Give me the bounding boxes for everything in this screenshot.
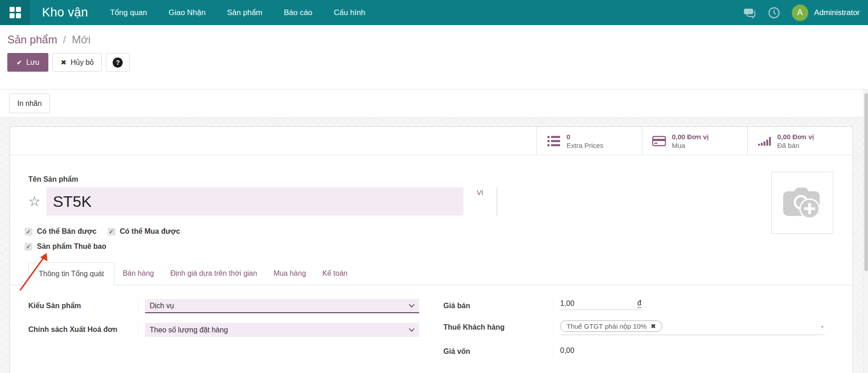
main-menu: Tổng quan Giao Nhận Sản phẩm Báo cáo Cấu…	[110, 8, 365, 17]
invoicing-policy-select[interactable]: Theo số lượng đặt hàng	[145, 323, 419, 337]
bar-chart-icon	[758, 135, 771, 147]
product-image-upload[interactable]	[771, 172, 833, 234]
navbar-right: A Administrator	[743, 5, 868, 21]
product-name-label: Tên Sản phẩm	[28, 175, 834, 184]
close-icon: ✖	[61, 58, 67, 67]
sales-price-value: 1,00	[560, 299, 574, 308]
question-icon: ?	[113, 58, 123, 68]
cost-label: Giá vốn	[443, 345, 553, 357]
product-type-select[interactable]: Dịch vụ	[145, 299, 419, 313]
save-button-label: Lưu	[26, 58, 40, 67]
can-be-purchased-label[interactable]: Có thể Mua được	[120, 227, 180, 236]
apps-menu-button[interactable]	[0, 0, 30, 25]
can-be-sold-label[interactable]: Có thể Bán được	[37, 227, 97, 236]
stat-button-purchased[interactable]: 0,00 Đơn vị Mua	[642, 127, 747, 155]
user-avatar[interactable]: A	[792, 5, 808, 21]
top-navbar: Kho vận Tổng quan Giao Nhận Sản phẩm Báo…	[0, 0, 868, 25]
currency-symbol[interactable]: đ	[637, 299, 641, 308]
apps-grid-icon	[10, 7, 21, 18]
stat-label: Mua	[672, 141, 709, 150]
product-type-value: Dịch vụ	[150, 302, 174, 310]
favorite-star-icon[interactable]: ☆	[28, 194, 41, 208]
tax-tag-label: Thuế GTGT phải nộp 10%	[567, 322, 647, 330]
invoicing-policy-label: Chính sách Xuất Hoá đơn	[28, 323, 138, 337]
form-view-background: 0 Extra Prices 0,00 Đơn vị Mua	[0, 118, 868, 373]
customer-taxes-input[interactable]: Thuế GTGT phải nộp 10% ✖ ▾	[560, 320, 825, 335]
cost-value[interactable]: 0,00	[560, 345, 834, 355]
tab-time-based-pricing[interactable]: Định giá dựa trên thời gian	[162, 263, 265, 285]
print-label-button-label: In nhãn	[17, 100, 42, 108]
messages-icon[interactable]	[743, 6, 756, 19]
checkmark-icon: ✓	[26, 229, 31, 235]
stat-value: 0,00 Đơn vị	[672, 132, 709, 141]
stat-button-box: 0 Extra Prices 0,00 Đơn vị Mua	[10, 127, 852, 155]
chevron-down-icon	[409, 328, 415, 332]
stat-label: Extra Prices	[567, 141, 603, 150]
clock-activities-icon[interactable]	[768, 6, 780, 19]
breadcrumb: Sản phẩm / Mới	[7, 33, 861, 46]
can-be-purchased-checkbox[interactable]: ✓	[108, 228, 115, 236]
breadcrumb-products-link[interactable]: Sản phẩm	[7, 33, 57, 46]
language-badge[interactable]: VI	[477, 189, 483, 196]
sales-price-input[interactable]: 1,00 đ	[560, 299, 641, 310]
form-statusbar: In nhãn	[0, 89, 868, 118]
tag-remove-icon[interactable]: ✖	[651, 323, 656, 330]
check-icon: ✔	[16, 58, 22, 67]
dropdown-caret-icon[interactable]: ▾	[821, 324, 824, 330]
save-button[interactable]: ✔ Lưu	[7, 53, 48, 72]
stat-value: 0,00 Đơn vị	[777, 132, 814, 141]
checkmark-icon: ✓	[26, 244, 31, 250]
camera-plus-icon	[781, 185, 823, 221]
breadcrumb-separator: /	[63, 33, 66, 46]
checkmark-icon: ✓	[109, 229, 114, 235]
credit-card-icon	[652, 135, 666, 147]
menu-item-overview[interactable]: Tổng quan	[110, 8, 147, 17]
invoicing-policy-value: Theo số lượng đặt hàng	[150, 326, 228, 334]
menu-item-reports[interactable]: Báo cáo	[284, 8, 312, 17]
user-menu[interactable]: Administrator	[814, 8, 860, 17]
notebook-tabs: Thông tin Tổng quát Bán hàng Định giá dự…	[10, 263, 852, 285]
control-panel: Sản phẩm / Mới ✔ Lưu ✖ Hủy bỏ ?	[0, 25, 868, 89]
sales-price-label: Giá bán	[443, 299, 553, 311]
left-field-group: Kiểu Sản phẩm Dịch vụ Chính sách Xuất Ho…	[28, 299, 419, 366]
form-sheet: 0 Extra Prices 0,00 Đơn vị Mua	[10, 126, 853, 373]
help-button[interactable]: ?	[106, 53, 130, 72]
tab-purchase[interactable]: Mua hàng	[265, 263, 314, 285]
stat-label: Đã bán	[777, 141, 814, 150]
discard-button-label: Hủy bỏ	[71, 58, 94, 67]
tax-tag: Thuế GTGT phải nộp 10% ✖	[560, 320, 662, 332]
customer-taxes-label: Thuế Khách hàng	[443, 320, 553, 335]
general-information-panel: Kiểu Sản phẩm Dịch vụ Chính sách Xuất Ho…	[10, 285, 852, 366]
print-label-button[interactable]: In nhãn	[9, 94, 50, 113]
title-area: Tên Sản phẩm ☆ ST5K VI	[10, 155, 852, 215]
product-name-input[interactable]: ST5K	[47, 187, 463, 215]
menu-item-products[interactable]: Sản phẩm	[227, 8, 263, 17]
breadcrumb-current: Mới	[72, 33, 90, 46]
discard-button[interactable]: ✖ Hủy bỏ	[52, 53, 102, 72]
annotation-arrow	[14, 249, 55, 293]
control-panel-buttons: ✔ Lưu ✖ Hủy bỏ ?	[7, 53, 861, 72]
right-field-group: Giá bán 1,00 đ Thuế Khách hàng Thuế GTGT	[443, 299, 834, 366]
product-type-label: Kiểu Sản phẩm	[28, 299, 138, 313]
menu-item-transfers[interactable]: Giao Nhận	[168, 8, 205, 17]
page-scrollbar[interactable]	[863, 89, 868, 373]
stat-button-extra-prices[interactable]: 0 Extra Prices	[536, 127, 642, 155]
scrollbar-thumb[interactable]	[864, 93, 868, 271]
app-name[interactable]: Kho vận	[42, 5, 88, 20]
product-options: ✓ Có thể Bán được ✓ Có thể Mua được ✓ Sả…	[25, 227, 852, 251]
can-be-sold-checkbox[interactable]: ✓	[25, 228, 32, 236]
stat-value: 0	[567, 132, 603, 141]
tab-sales[interactable]: Bán hàng	[114, 263, 162, 285]
menu-item-settings[interactable]: Cấu hình	[334, 8, 365, 17]
stat-button-sold[interactable]: 0,00 Đơn vị Đã bán	[747, 127, 852, 155]
chevron-down-icon	[409, 304, 415, 308]
tab-accounting[interactable]: Kế toán	[314, 263, 356, 285]
list-icon	[547, 135, 561, 147]
